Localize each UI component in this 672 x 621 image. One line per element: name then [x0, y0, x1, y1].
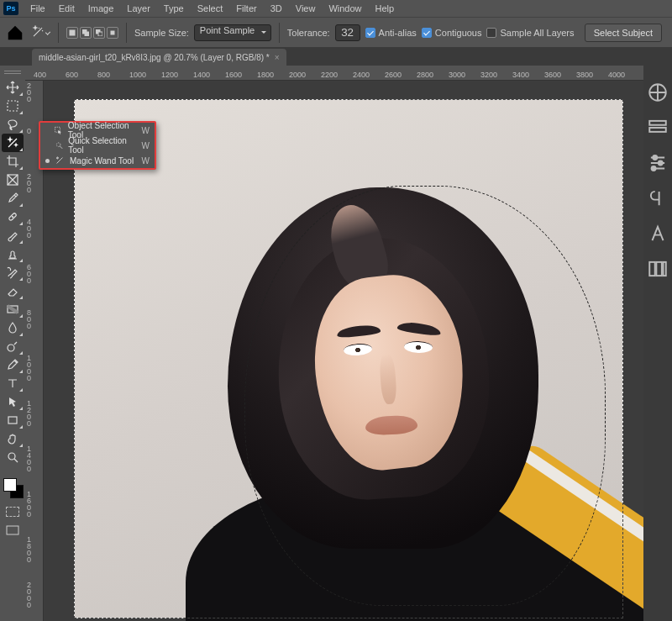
document-tab[interactable]: middle-asian-girl_t20_kRv8I3.jpg @ 20.7%…	[32, 49, 286, 66]
select-subject-button[interactable]: Select Subject	[585, 24, 662, 42]
eraser-icon	[6, 284, 19, 297]
ruler-tick: 400	[34, 71, 46, 79]
close-icon[interactable]: ×	[275, 53, 280, 62]
lasso-icon	[6, 118, 19, 131]
svg-rect-0	[70, 30, 75, 35]
contiguous-checkbox[interactable]: Contiguous	[422, 28, 482, 38]
tool-rect-marquee-button[interactable]	[2, 97, 24, 115]
tool-clone-button[interactable]	[2, 245, 24, 263]
panel-grip-icon[interactable]	[4, 71, 21, 74]
tool-zoom-button[interactable]	[2, 448, 24, 466]
type-icon	[6, 376, 19, 390]
menu-view[interactable]: View	[289, 0, 323, 17]
ruler-tick: 1800	[257, 71, 274, 79]
flyout-item-shortcut: W	[142, 156, 150, 166]
flyout-indicator-icon	[19, 314, 23, 318]
selection-new-button[interactable]	[66, 27, 78, 39]
selection-add-button[interactable]	[80, 27, 92, 39]
flyout-indicator-icon	[19, 351, 23, 355]
tool-history-brush-button[interactable]	[2, 263, 24, 282]
svg-rect-23	[649, 262, 655, 276]
tool-lasso-button[interactable]	[2, 115, 24, 134]
frame-icon	[6, 173, 19, 187]
quick-mask-button[interactable]	[3, 504, 23, 519]
artboard[interactable]	[74, 99, 623, 618]
sample-size-select[interactable]: Point Sample	[194, 24, 271, 41]
ruler-tick: 1600	[225, 71, 242, 79]
ruler-tick: 3800	[576, 71, 593, 79]
tool-eraser-button[interactable]	[2, 282, 24, 300]
ruler-tick: 800	[27, 309, 31, 329]
flyout-item-label: Quick Selection Tool	[68, 136, 136, 155]
menu-filter[interactable]: Filter	[229, 0, 263, 17]
menu-select[interactable]: Select	[191, 0, 230, 17]
menu-edit[interactable]: Edit	[52, 0, 81, 17]
libraries-panel-button[interactable]	[647, 259, 669, 279]
adjustments-panel-button[interactable]	[647, 153, 669, 173]
menu-image[interactable]: Image	[81, 0, 121, 17]
ruler-tick: 400	[27, 218, 31, 239]
tool-eyedropper-button[interactable]	[2, 189, 24, 208]
foreground-color-swatch[interactable]	[3, 478, 17, 492]
rect-marquee-icon	[6, 99, 19, 113]
tool-shape-button[interactable]	[2, 411, 24, 429]
color-panel-button[interactable]	[647, 82, 669, 103]
screen-mode-button[interactable]	[3, 524, 23, 537]
tool-type-button[interactable]	[2, 374, 24, 392]
tool-frame-button[interactable]	[2, 171, 24, 189]
tool-gradient-button[interactable]	[2, 300, 24, 318]
sample-all-layers-checkbox[interactable]: Sample All Layers	[486, 28, 574, 38]
history-brush-icon	[6, 266, 19, 279]
paragraph-panel-button[interactable]	[647, 188, 669, 208]
tool-healing-button[interactable]	[2, 208, 24, 226]
menu-window[interactable]: Window	[322, 0, 368, 17]
pen-icon	[6, 358, 19, 371]
menu-file[interactable]: File	[24, 0, 52, 17]
flyout-item-magic-wand[interactable]: Magic Wand ToolW	[40, 153, 155, 168]
ruler-tick: 3200	[480, 71, 497, 79]
color-swatches[interactable]	[2, 476, 24, 498]
flyout-indicator-icon	[19, 388, 23, 392]
shape-icon	[6, 413, 19, 427]
ruler-tick: 1400	[27, 445, 31, 472]
swatches-panel-button[interactable]	[647, 118, 669, 138]
tool-dodge-button[interactable]	[2, 337, 24, 355]
eyedropper-icon	[6, 192, 19, 205]
flyout-indicator-icon	[19, 111, 23, 114]
ruler-horizontal[interactable]: 4006008001000120014001600180020002200240…	[25, 66, 643, 81]
magic-wand-icon	[31, 25, 45, 39]
selection-intersect-button[interactable]	[107, 27, 118, 39]
menu-3d[interactable]: 3D	[264, 0, 289, 17]
flyout-item-shortcut: W	[142, 126, 150, 135]
ruler-tick: 3400	[512, 71, 529, 79]
menu-layer[interactable]: Layer	[120, 0, 157, 17]
hand-icon	[6, 432, 19, 445]
tool-brush-button[interactable]	[2, 226, 24, 245]
tool-path-select-button[interactable]	[2, 392, 24, 411]
ruler-tick: 2000	[27, 582, 31, 608]
tool-pen-button[interactable]	[2, 355, 24, 374]
tool-crop-button[interactable]	[2, 152, 24, 171]
selection-mode-group	[66, 27, 118, 39]
svg-rect-19	[649, 128, 666, 132]
options-bar: Sample Size: Point Sample Tolerance: Ant…	[0, 17, 672, 47]
home-button[interactable]	[5, 23, 25, 43]
tool-blur-button[interactable]	[2, 318, 24, 337]
ruler-tick: 4000	[608, 71, 625, 79]
tolerance-input[interactable]	[335, 24, 360, 41]
flyout-indicator-icon	[19, 296, 23, 299]
menu-help[interactable]: Help	[369, 0, 402, 17]
flyout-indicator-icon	[19, 333, 23, 336]
character-panel-button[interactable]	[647, 224, 669, 244]
antialias-checkbox[interactable]: Anti-alias	[365, 28, 417, 38]
ruler-tick: 2600	[385, 71, 402, 79]
tool-magic-wand-button[interactable]	[2, 134, 24, 152]
svg-point-9	[13, 217, 13, 218]
tool-move-button[interactable]	[2, 78, 24, 97]
healing-icon	[6, 210, 19, 224]
flyout-item-quick-select[interactable]: Quick Selection ToolW	[40, 138, 155, 153]
tool-hand-button[interactable]	[2, 429, 24, 448]
selection-subtract-button[interactable]	[93, 27, 105, 39]
menu-type[interactable]: Type	[157, 0, 191, 17]
tool-preset-button[interactable]	[30, 23, 50, 43]
